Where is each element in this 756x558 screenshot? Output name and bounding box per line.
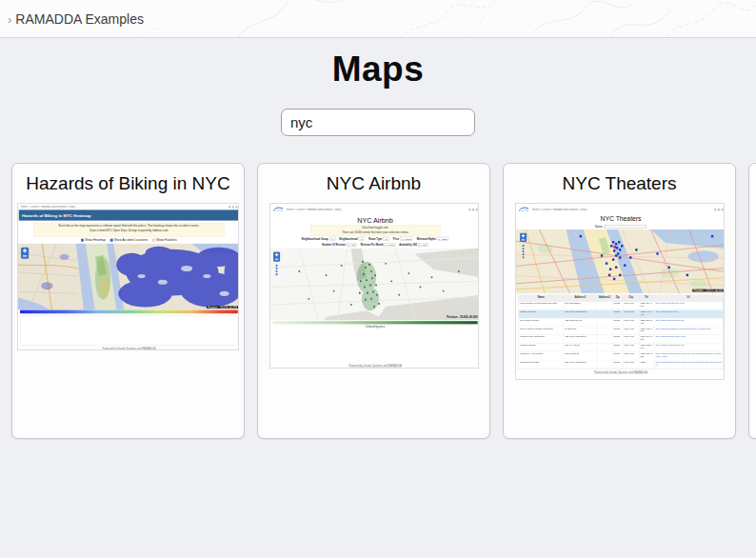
cell-zip: 10016 (612, 352, 623, 360)
cell-name: Gramercy Arts Theatre (518, 352, 563, 360)
thumb-checkbox: Show Fatalities (152, 238, 177, 242)
chevron-right-icon[interactable]: › (8, 12, 11, 27)
col-header: Address2 (597, 295, 612, 301)
search-input[interactable] (281, 109, 475, 136)
filter-label: Number Of Reviews (322, 244, 346, 247)
cell-address2 (597, 302, 612, 309)
thumb-footer: Powered by Geode Systems and RAMADDA (270, 363, 479, 367)
info-line: There are 11016 rentals that meet your s… (310, 230, 440, 234)
filter-value: All (358, 237, 364, 241)
cell-address2 (597, 327, 612, 334)
thumb-footer: Powered by Geode Systems and RAMADDA (516, 369, 725, 373)
filter-label: Price (392, 237, 398, 240)
ramadda-logo (518, 206, 529, 212)
filter-label: Availability 365 (399, 244, 417, 247)
thumb-page-title: NYC Theaters (516, 215, 725, 224)
cell-city: New York (623, 335, 639, 343)
cell-url: http://www.theatermania.com/new-york/the… (654, 352, 723, 360)
breadcrumb: › RAMADDA Examples (8, 0, 144, 38)
cell-city: New York (623, 344, 639, 351)
card-hazards-of-biking-in-nyc[interactable]: Hazards of Biking in NYC Home / Content … (11, 163, 245, 439)
table-row: Castillo Theater 543 West 42nd Street 10… (518, 310, 722, 319)
map-position-label: Position: -73.971, 40.912 (692, 289, 725, 292)
card-title[interactable]: NYC Airbnb (258, 173, 489, 194)
nyc-heatmap-map-art (18, 244, 239, 310)
checkbox-icon (152, 239, 155, 242)
table-row: Theatre at St. Clement's 423 West 46th S… (518, 335, 722, 344)
cell-address1: 543 West 42nd Street (564, 310, 597, 318)
thumb-checkbox: Show Accident Locations (110, 238, 149, 242)
card-nyc-airbnb[interactable]: NYC Airbnb Home / Content / RAMADDA Exam… (257, 163, 490, 439)
cell-address1: 2960 Broadway (564, 302, 597, 309)
thumb-header-bar: Hazards of Biking in NYC Heatmap (19, 209, 239, 220)
table-row: 45th Street Theatre 354 West 45th Street… (518, 360, 722, 369)
filter-value: All (328, 237, 334, 241)
filter-label: Reviews Per Month (360, 244, 383, 247)
thumb-top-bar: Home / Content / RAMADDA Examples / Maps (270, 204, 479, 215)
cell-zip: 10036 (612, 310, 623, 318)
breadcrumb-link[interactable]: RAMADDA Examples (15, 11, 144, 27)
thumb-breadcrumb: Home / Content / RAMADDA Examples / Maps (286, 209, 341, 211)
cell-city: New York (623, 352, 639, 360)
cell-tel: (212) 889-2850 (639, 352, 654, 360)
filter-chip: Minimum Nights 1 - 1250 (416, 237, 448, 241)
cell-url: http://www.castillo.org/ (654, 310, 723, 318)
cell-name: Lamb's Theatre (518, 344, 563, 351)
ramadda-logo (272, 206, 284, 212)
checkbox-label: Show Heatmap (85, 238, 106, 242)
filter-value: 0 - 629 (347, 243, 357, 247)
cell-tel: (212) 246-7277 (639, 335, 654, 343)
name-filter-label: Name: (595, 225, 603, 228)
checkbox-icon (110, 239, 113, 242)
cell-city: New York (623, 360, 639, 368)
checkbox-label: Show Accident Locations (114, 238, 149, 242)
cell-address1: 354 West 45th Street (564, 360, 597, 368)
cell-address2 (597, 310, 612, 318)
thumb-map-theaters: Position: -73.971, 40.912 (516, 229, 725, 293)
cell-address2 (597, 344, 612, 351)
cards-row: Hazards of Biking in NYC Home / Content … (0, 163, 756, 439)
card-nyc-theaters[interactable]: NYC Theaters Home / Content / RAMADDA Ex… (503, 163, 736, 439)
filter-label: Neighbourhood (339, 237, 357, 240)
checkbox-icon (81, 239, 84, 242)
cell-address1: 130 W 44th St (564, 344, 597, 351)
cell-zip: 10036 (612, 360, 623, 368)
cell-address1: 423 West 46th Street (564, 335, 597, 343)
thumb-info-box: Data from kaggle.com There are 11016 ren… (309, 225, 439, 235)
nyc-airbnb-map-art (270, 248, 479, 320)
cell-zip: 10012 (612, 327, 623, 334)
cell-tel: (212) 260-2400 (639, 318, 654, 326)
filter-value: 0 - 10000 (400, 237, 412, 241)
table-body: Miller Theatre at Columbia University 29… (518, 302, 722, 369)
table-row: Miller Theatre at Columbia University 29… (518, 302, 722, 310)
cell-url: http://www.genefrankel.com/presentation_… (654, 327, 723, 334)
thumb-page-title: NYC Airbnb (270, 215, 479, 225)
col-header: Zip (612, 295, 623, 301)
filter-chip: Room Type All (368, 237, 389, 241)
filter-chip: Availability 365 0 - 365 (399, 243, 428, 247)
card-title[interactable]: Hazards of Biking in NYC (12, 173, 244, 194)
cell-zip: 10036 (612, 344, 623, 351)
cell-address2 (597, 318, 612, 326)
card-partial[interactable] (748, 163, 756, 439)
cell-name: Miller Theatre at Columbia University (518, 302, 563, 309)
thumb-top-bar: Home / Content / RAMADDA Examples / Maps (516, 204, 725, 215)
cell-city: New York (623, 318, 639, 326)
cell-zip: 10036 (612, 335, 623, 343)
cell-city: New York (623, 302, 639, 309)
col-header: Address1 (564, 295, 597, 301)
thumb-window-icons (714, 209, 723, 210)
cell-address2 (597, 360, 612, 368)
checkbox-label: Show Fatalities (156, 238, 177, 242)
top-bar: › RAMADDA Examples (0, 0, 756, 38)
cell-zip: 10003 (612, 318, 623, 326)
cell-tel: (212) 854-7799 (639, 302, 654, 309)
page-title: Maps (0, 38, 756, 90)
filter-label: Neighbourhood Group (301, 237, 328, 240)
name-filter-input (604, 225, 646, 229)
filter-value: All (383, 237, 388, 241)
filter-value: 1 - 1250 (437, 237, 448, 241)
cell-url: http://www.stclementsnyc.org/ (654, 335, 723, 343)
card-title[interactable]: NYC Theaters (504, 173, 735, 194)
thumb-checkbox: Show Heatmap (81, 238, 106, 242)
